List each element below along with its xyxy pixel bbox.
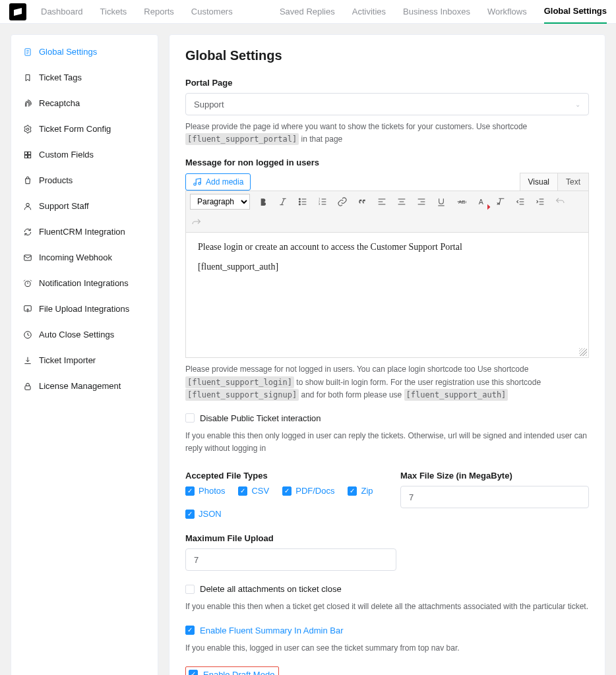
sidebar-item-file-upload-integrations[interactable]: File Upload Integrations <box>11 296 158 322</box>
user-icon <box>23 202 32 211</box>
disable-public-label: Disable Public Ticket interaction <box>200 413 321 423</box>
svg-line-23 <box>282 199 284 205</box>
nav-left-group: Dashboard Tickets Reports Customers <box>41 0 233 24</box>
maxupload-label: Maximum File Upload <box>185 533 589 543</box>
nav-business-inboxes[interactable]: Business Inboxes <box>403 0 470 24</box>
sidebar-item-license-management[interactable]: License Management <box>11 373 158 399</box>
editor-line-1: Please login or create an account to acc… <box>198 242 576 252</box>
maxsize-input[interactable] <box>400 486 589 508</box>
sidebar-item-label: Global Settings <box>39 47 97 57</box>
nav-tickets[interactable]: Tickets <box>100 0 127 24</box>
editor-tab-text[interactable]: Text <box>558 173 589 191</box>
nav-global-settings[interactable]: Global Settings <box>544 0 607 24</box>
chevron-down-icon: ⌄ <box>575 101 580 108</box>
nav-workflows[interactable]: Workflows <box>487 0 527 24</box>
sidebar-item-notification-integrations[interactable]: Notification Integrations <box>11 270 158 296</box>
clear-formatting-button[interactable] <box>494 195 507 208</box>
nav-reports[interactable]: Reports <box>144 0 174 24</box>
filetype-checkbox[interactable] <box>185 510 195 519</box>
lock-icon <box>23 382 32 391</box>
sidebar-item-global-settings[interactable]: Global Settings <box>11 39 158 65</box>
filetype-csv[interactable]: CSV <box>238 486 269 496</box>
sidebar-item-fluentcrm-integration[interactable]: FluentCRM Integration <box>11 219 158 245</box>
disable-public-checkbox[interactable] <box>185 413 195 423</box>
format-select[interactable]: Paragraph <box>190 194 250 210</box>
message-label: Message for non logged in users <box>185 158 589 167</box>
align-center-button[interactable] <box>395 195 408 208</box>
sidebar-item-label: Ticket Form Config <box>39 124 111 134</box>
upload-icon <box>23 305 32 314</box>
summary-row[interactable]: Enable Fluent Summary In Admin Bar <box>185 626 589 635</box>
sidebar-item-auto-close-settings[interactable]: Auto Close Settings <box>11 322 158 347</box>
sidebar-item-custom-fields[interactable]: Custom Fields <box>11 142 158 167</box>
delete-attach-checkbox[interactable] <box>185 585 195 594</box>
strikethrough-button[interactable]: ABC <box>454 195 468 208</box>
align-right-button[interactable] <box>415 195 428 208</box>
bold-button[interactable] <box>257 195 270 208</box>
sidebar-item-products[interactable]: Products <box>11 167 158 193</box>
maxupload-input[interactable] <box>185 548 396 571</box>
filetype-checkbox[interactable] <box>185 486 195 496</box>
bullet-list-button[interactable] <box>296 195 309 208</box>
svg-point-22 <box>199 183 201 185</box>
editor-tab-visual[interactable]: Visual <box>520 173 558 191</box>
filetype-zip[interactable]: Zip <box>348 486 373 496</box>
link-button[interactable] <box>336 195 349 208</box>
message-help: Please provide message for not logged in… <box>185 363 589 401</box>
delete-attach-help: If you enable this then when a ticket ge… <box>185 601 589 613</box>
undo-button[interactable] <box>553 195 567 208</box>
text-color-button[interactable]: A <box>474 195 487 208</box>
redo-button[interactable] <box>190 216 203 229</box>
nav-activities[interactable]: Activities <box>352 0 386 24</box>
filetype-checkbox[interactable] <box>348 486 357 496</box>
outdent-button[interactable] <box>514 195 527 208</box>
svg-point-28 <box>299 204 300 205</box>
editor-body[interactable]: Please login or create an account to acc… <box>185 233 589 358</box>
sidebar-item-ticket-form-config[interactable]: Ticket Form Config <box>11 116 158 142</box>
filetype-label: PDF/Docs <box>295 486 334 496</box>
app-logo <box>9 3 26 20</box>
ordered-list-button[interactable]: 123 <box>316 195 329 208</box>
sidebar-item-recaptcha[interactable]: Recaptcha <box>11 90 158 116</box>
filetype-pdf-docs[interactable]: PDF/Docs <box>282 486 334 496</box>
filetype-photos[interactable]: Photos <box>185 486 225 496</box>
indent-button[interactable] <box>534 195 547 208</box>
filetype-checkbox[interactable] <box>238 486 247 496</box>
summary-help: If you enable this, logged in user can s… <box>185 642 589 655</box>
draft-row[interactable]: Enable Draft Mode <box>189 670 274 675</box>
sidebar-item-label: Auto Close Settings <box>39 330 114 339</box>
filetype-label: Photos <box>199 486 225 496</box>
resize-grip[interactable] <box>579 348 587 356</box>
quote-button[interactable] <box>355 195 369 208</box>
draft-checkbox[interactable] <box>189 670 198 675</box>
delete-attach-row[interactable]: Delete all attachments on ticket close <box>185 584 589 594</box>
nav-customers[interactable]: Customers <box>191 0 233 24</box>
sidebar-item-label: Custom Fields <box>39 150 94 160</box>
portal-page-select[interactable]: Support ⌄ <box>185 93 589 115</box>
svg-rect-6 <box>28 152 31 154</box>
sidebar-item-label: FluentCRM Integration <box>39 227 125 237</box>
nav-dashboard[interactable]: Dashboard <box>41 0 83 24</box>
portal-page-value: Support <box>194 100 224 109</box>
svg-point-21 <box>194 183 197 186</box>
filetype-json[interactable]: JSON <box>185 509 222 519</box>
nav-saved-replies[interactable]: Saved Replies <box>280 0 335 24</box>
sidebar-item-ticket-importer[interactable]: Ticket Importer <box>11 347 158 373</box>
align-left-button[interactable] <box>375 195 388 208</box>
italic-button[interactable] <box>276 195 290 208</box>
sidebar-item-incoming-webhook[interactable]: Incoming Webhook <box>11 245 158 270</box>
sidebar-item-ticket-tags[interactable]: Ticket Tags <box>11 65 158 90</box>
svg-point-26 <box>299 198 300 200</box>
svg-point-4 <box>26 128 29 131</box>
summary-label: Enable Fluent Summary In Admin Bar <box>200 626 344 635</box>
svg-rect-7 <box>24 155 27 158</box>
disable-public-row[interactable]: Disable Public Ticket interaction <box>185 413 589 423</box>
sidebar-item-support-staff[interactable]: Support Staff <box>11 193 158 219</box>
svg-point-27 <box>299 201 300 202</box>
filetype-label: CSV <box>251 486 269 496</box>
draft-highlight: Enable Draft Mode <box>185 666 279 675</box>
add-media-button[interactable]: Add media <box>185 173 251 191</box>
summary-checkbox[interactable] <box>185 626 195 635</box>
underline-button[interactable] <box>435 195 448 208</box>
filetype-checkbox[interactable] <box>282 486 292 496</box>
